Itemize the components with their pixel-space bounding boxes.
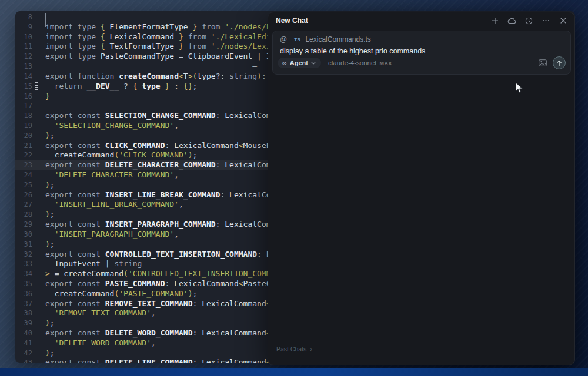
line-number: 40 bbox=[15, 328, 32, 338]
chat-input-box[interactable]: @ TS LexicalCommands.ts display a table … bbox=[272, 31, 571, 75]
send-button[interactable] bbox=[553, 56, 566, 69]
line-number: 38 bbox=[15, 308, 32, 318]
line-number: 17 bbox=[15, 101, 32, 111]
gutter bbox=[32, 180, 45, 190]
line-number: 34 bbox=[15, 269, 32, 279]
chat-header: New Chat bbox=[268, 12, 574, 29]
context-file-chip[interactable]: LexicalCommands.ts bbox=[305, 35, 370, 43]
gutter bbox=[32, 240, 45, 250]
line-number: 30 bbox=[15, 230, 32, 240]
model-max-tag: MAX bbox=[380, 61, 392, 66]
typescript-file-icon: TS bbox=[294, 37, 300, 42]
more-icon[interactable] bbox=[542, 16, 550, 25]
infinity-icon: ∞ bbox=[282, 60, 287, 66]
line-number: 16 bbox=[15, 92, 32, 102]
gutter bbox=[32, 190, 45, 200]
gutter bbox=[32, 12, 45, 22]
line-number: 43 bbox=[15, 358, 32, 363]
line-number: 11 bbox=[15, 42, 32, 52]
line-number: 8 bbox=[15, 12, 32, 22]
gutter bbox=[32, 170, 45, 180]
gutter bbox=[32, 250, 45, 260]
chat-title: New Chat bbox=[276, 16, 308, 25]
line-number: 26 bbox=[15, 190, 32, 200]
gutter bbox=[32, 92, 45, 102]
line-number: 13 bbox=[15, 62, 32, 72]
line-number: 19 bbox=[15, 121, 32, 131]
context-row: @ TS LexicalCommands.ts bbox=[280, 35, 371, 43]
line-number: 12 bbox=[15, 52, 32, 62]
line-number: 28 bbox=[15, 210, 32, 220]
chevron-right-icon: › bbox=[310, 345, 312, 352]
line-number: 10 bbox=[15, 32, 32, 42]
line-number: 29 bbox=[15, 220, 32, 230]
line-number: 25 bbox=[15, 180, 32, 190]
attach-image-icon[interactable] bbox=[539, 59, 547, 66]
line-number: 20 bbox=[15, 131, 32, 141]
gutter bbox=[32, 348, 45, 358]
gutter bbox=[32, 141, 45, 151]
gutter bbox=[32, 200, 45, 210]
line-number: 35 bbox=[15, 279, 32, 289]
cloud-icon[interactable] bbox=[507, 16, 516, 25]
line-number: 23 bbox=[15, 160, 32, 170]
gutter bbox=[32, 82, 45, 92]
line-number: 27 bbox=[15, 200, 32, 210]
gutter bbox=[32, 52, 45, 62]
line-number: 39 bbox=[15, 318, 32, 328]
modified-line-marker-icon bbox=[35, 82, 38, 91]
line-number: 14 bbox=[15, 72, 32, 82]
line-number: 41 bbox=[15, 338, 32, 348]
desktop: 89import type { ElementFormatType } from… bbox=[0, 0, 588, 376]
line-number: 31 bbox=[15, 240, 32, 250]
gutter bbox=[32, 101, 45, 111]
gutter bbox=[32, 160, 45, 170]
line-number: 15 bbox=[15, 82, 32, 92]
gutter bbox=[32, 289, 45, 299]
model-selector[interactable]: claude-4-sonnet MAX bbox=[328, 59, 392, 66]
gutter bbox=[32, 32, 45, 42]
line-number: 37 bbox=[15, 299, 32, 309]
gutter bbox=[32, 328, 45, 338]
line-number: 18 bbox=[15, 111, 32, 121]
arrow-up-icon bbox=[556, 60, 562, 66]
chevron-down-icon bbox=[311, 62, 316, 65]
at-mention-icon[interactable]: @ bbox=[280, 35, 287, 43]
gutter bbox=[32, 72, 45, 82]
input-controls: ∞ Agent claude-4-sonnet MAX bbox=[278, 56, 566, 69]
gutter bbox=[32, 121, 45, 131]
gutter bbox=[32, 318, 45, 328]
line-number: 42 bbox=[15, 348, 32, 358]
line-number: 21 bbox=[15, 141, 32, 151]
taskbar-band bbox=[0, 368, 588, 376]
gutter bbox=[32, 111, 45, 121]
gutter bbox=[32, 279, 45, 289]
gutter bbox=[32, 131, 45, 141]
user-message-text[interactable]: display a table of the highest prio comm… bbox=[280, 47, 425, 55]
line-number: 33 bbox=[15, 259, 32, 269]
close-icon[interactable] bbox=[559, 16, 567, 25]
line-number: 36 bbox=[15, 289, 32, 299]
gutter bbox=[32, 269, 45, 279]
chat-header-actions bbox=[490, 16, 567, 25]
gutter bbox=[32, 259, 45, 269]
gutter bbox=[32, 308, 45, 318]
gutter bbox=[32, 210, 45, 220]
gutter bbox=[32, 299, 45, 309]
line-number: 32 bbox=[15, 250, 32, 260]
past-chats-label: Past Chats bbox=[276, 345, 306, 352]
line-number: 24 bbox=[15, 170, 32, 180]
gutter bbox=[32, 22, 45, 32]
model-name: claude-4-sonnet bbox=[328, 59, 376, 66]
plus-icon[interactable] bbox=[490, 16, 499, 25]
gutter bbox=[32, 62, 45, 72]
line-number: 9 bbox=[15, 22, 32, 32]
history-icon[interactable] bbox=[524, 16, 533, 25]
gutter bbox=[32, 220, 45, 230]
chat-panel: New Chat @ bbox=[268, 12, 575, 365]
gutter bbox=[32, 338, 45, 348]
gutter bbox=[32, 42, 45, 52]
past-chats-link[interactable]: Past Chats › bbox=[276, 345, 312, 352]
agent-mode-selector[interactable]: ∞ Agent bbox=[278, 58, 321, 68]
agent-mode-label: Agent bbox=[290, 59, 308, 66]
